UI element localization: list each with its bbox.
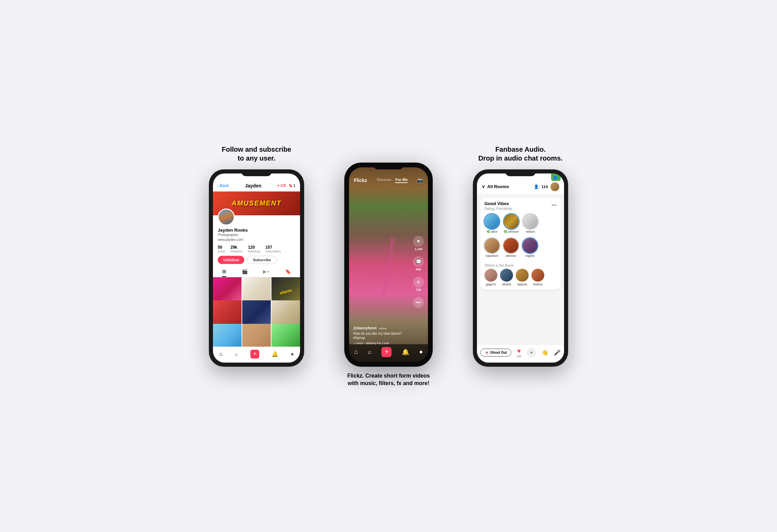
photo-grid: atlanta — [213, 277, 300, 347]
stat-posts: 50 posts — [218, 245, 225, 253]
content-tabs: ⊞ 🎬 ▶+ 🔖 — [213, 267, 300, 277]
heart-overlay-rogelio: ♡ — [534, 239, 537, 242]
phone-screen-2: Flickz Discover For Me 📷 #BOOTY MACHINE … — [349, 167, 428, 362]
heart-overlay-elenora: ♡ — [515, 239, 518, 242]
heart-overlay-napoleon: ♡ — [496, 239, 499, 242]
phone-notch-3 — [505, 169, 536, 176]
bookmark-badge: 🔖 1 — [288, 184, 295, 187]
panel1-title-line2: to any user. — [237, 154, 275, 162]
camera-icon[interactable]: 📷 — [417, 178, 423, 183]
home-icon[interactable]: ⌂ — [219, 351, 222, 357]
back-button[interactable]: ‹ Back — [218, 183, 229, 188]
tab-video[interactable]: 🎬 — [242, 267, 248, 277]
panel1-title-line1: Follow and subscribe — [222, 146, 291, 153]
heart-overlay-johnson: ♡ — [516, 215, 518, 218]
name-napoleon: napoleon — [485, 254, 498, 257]
profile-icon[interactable]: ● — [291, 351, 294, 357]
video-username: @dannyfeest follow — [353, 326, 411, 330]
avatar-alice: ♡ — [484, 214, 499, 229]
speaker-rogelio: ♡ rogelio — [523, 238, 538, 257]
cover-text: AMUSEMENT — [232, 199, 282, 207]
room-tags: Dating, Friendship — [484, 207, 512, 211]
bookmark-count: 1 — [293, 184, 295, 187]
tab-grid[interactable]: ⊞ — [222, 267, 226, 277]
phone-frame-2: Flickz Discover For Me 📷 #BOOTY MACHINE … — [344, 163, 433, 367]
comment-action[interactable]: 💬 849 — [413, 256, 424, 271]
bio-line1: Photographer — [218, 233, 295, 237]
main-container: Follow and subscribe to any user. ‹ Back… — [195, 145, 582, 387]
name-nelson: nelson — [526, 230, 535, 233]
phone-notch-1 — [241, 169, 272, 176]
name-gage72: gage72 — [486, 283, 496, 286]
avatar-nelson: ♡ — [523, 214, 538, 229]
person-icon: 👤 — [534, 184, 539, 189]
avatar-othahit — [500, 269, 513, 282]
stat-posts-label: posts — [218, 250, 225, 253]
heart-overlay-alice: ♡ — [496, 215, 499, 218]
more-action[interactable]: ••• — [413, 297, 424, 308]
name-elenora: elenora — [506, 254, 516, 257]
grid-item-8[interactable] — [242, 324, 271, 347]
avatar-image — [219, 210, 234, 225]
room-card: 👥 Good Vibes Dating, Friendship ••• ♡ — [480, 198, 561, 289]
tab-discover[interactable]: Discover — [377, 178, 392, 183]
name-othahit: othahit — [502, 283, 511, 286]
video-side-actions: ♥ 1,145 💬 849 ✈ 729 ••• — [413, 236, 424, 308]
avatar-elenora: ♡ — [503, 238, 518, 253]
flickz-caption: Flickz. Create short form videoswith mus… — [347, 372, 430, 387]
video-tabs: Discover For Me — [377, 178, 408, 183]
profile-nav-icon[interactable]: ● — [419, 348, 423, 355]
search-icon[interactable]: ⌕ — [235, 351, 238, 357]
room-name: Good Vibes — [484, 201, 512, 206]
avatar-thelma — [531, 269, 544, 282]
speakers-row-1: ♡ 🌿 alice ♡ 🌿 johnson ♡ — [480, 213, 561, 237]
panel3-title-line1: Fanbase Audio. — [495, 146, 546, 153]
stat-subscribers-label: subscribers — [265, 250, 281, 253]
speaker-elenora: ♡ elenora — [503, 238, 518, 257]
stat-followers: 29k followers — [231, 245, 243, 253]
other-gage72: gage72 — [484, 269, 497, 286]
bottom-nav-2: ⌂ ⌕ + 🔔 ● — [349, 344, 428, 362]
grid-item-7[interactable] — [213, 324, 242, 347]
like-count: 1,145 — [415, 247, 423, 251]
create-button[interactable]: + — [250, 350, 259, 359]
phone-notch-2 — [373, 163, 404, 169]
subscribe-button[interactable]: Subscribe — [247, 256, 277, 264]
bell-icon[interactable]: 🔔 — [271, 351, 278, 357]
header-avatar[interactable] — [550, 182, 559, 191]
stat-following-num: 120 — [248, 245, 255, 250]
comment-count: 849 — [416, 268, 421, 271]
stat-posts-num: 50 — [218, 245, 222, 250]
home-nav-icon[interactable]: ⌂ — [354, 348, 358, 355]
speaker-napoleon: ♡ napoleon — [484, 238, 499, 257]
stat-subscribers-num: 107 — [265, 245, 272, 250]
avatar-gage72 — [484, 269, 497, 282]
tab-saved[interactable]: 🔖 — [285, 267, 291, 277]
other-thelma: thelma — [531, 269, 544, 286]
room-more-icon[interactable]: ••• — [551, 202, 557, 208]
chevron-down-icon: ∨ — [482, 184, 485, 189]
like-action[interactable]: ♥ 1,145 — [413, 236, 424, 251]
bookmark-icon: 🔖 — [288, 184, 293, 187]
flickz-logo: Flickz — [354, 178, 367, 183]
like-icon: ♥ — [413, 236, 424, 247]
video-caption: How do you like my new dance? #hiphop — [353, 331, 411, 340]
unfollow-button[interactable]: Unfollow — [218, 256, 244, 264]
speaker-nelson: ♡ nelson — [523, 214, 538, 233]
name-rogelio: rogelio — [525, 254, 534, 257]
create-nav-button[interactable]: + — [381, 347, 392, 357]
bell-nav-icon[interactable]: 🔔 — [402, 348, 409, 356]
panel-flickz: Flickz Discover For Me 📷 #BOOTY MACHINE … — [327, 145, 450, 387]
rooms-header-left: ∨ All Rooms — [482, 184, 509, 189]
other-othahit: othahit — [500, 269, 513, 286]
header-icons: ♥ 119 🔖 1 — [278, 184, 295, 187]
profile-name: Jayden Rooks — [218, 228, 295, 233]
grid-item-9[interactable] — [271, 324, 300, 347]
heart-badge: ♥ 119 — [278, 184, 286, 187]
share-action[interactable]: ✈ 729 — [413, 277, 424, 292]
tab-clips[interactable]: ▶+ — [263, 267, 269, 277]
stat-followers-label: followers — [231, 250, 243, 253]
tab-forme[interactable]: For Me — [395, 178, 408, 183]
stat-following: 120 following — [248, 245, 260, 253]
search-nav-icon[interactable]: ⌕ — [368, 348, 371, 355]
